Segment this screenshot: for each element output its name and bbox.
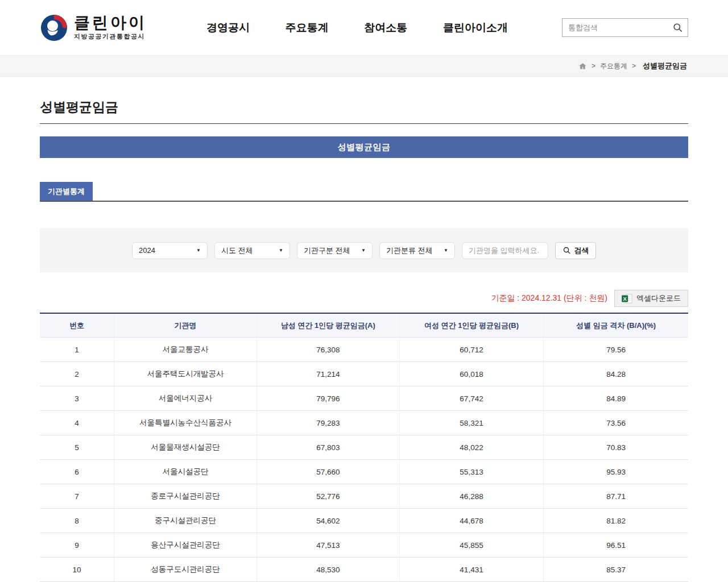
table-row: 2 서울주택도시개발공사 71,214 60,018 84.28	[40, 362, 688, 386]
cell-wage-gap: 84.28	[544, 362, 688, 386]
nav-item-about[interactable]: 클린아이소개	[443, 20, 508, 35]
cell-wage-gap: 81.82	[544, 509, 688, 533]
cell-number: 7	[40, 484, 114, 508]
global-search-input[interactable]	[568, 23, 672, 32]
cell-number: 1	[40, 338, 114, 361]
cell-female-avg-wage: 58,321	[400, 411, 544, 435]
nav-item-management-disclosure[interactable]: 경영공시	[206, 20, 250, 35]
cell-number: 9	[40, 533, 114, 557]
page-title: 성별평균임금	[40, 98, 688, 124]
region-select[interactable]: 시도 전체 ▼	[214, 242, 290, 259]
breadcrumb-current: 성별평균임금	[643, 61, 687, 71]
cell-number: 4	[40, 411, 114, 435]
cell-female-avg-wage: 67,742	[400, 386, 544, 410]
table-meta-row: 기준일 : 2024.12.31 (단위 : 천원) X 엑셀다운로드	[40, 290, 688, 307]
baseline-note: 기준일 : 2024.12.31 (단위 : 천원)	[491, 293, 607, 304]
cell-female-avg-wage: 44,678	[400, 509, 544, 533]
table-row: 5 서울물재생시설공단 67,803 48,022 70.83	[40, 435, 688, 460]
tab-institution-statistics[interactable]: 기관별통계	[40, 182, 93, 201]
cell-number: 2	[40, 362, 114, 386]
table-row: 8 중구시설관리공단 54,602 44,678 81.82	[40, 509, 688, 533]
cell-institution: 서울시설공단	[114, 460, 257, 484]
svg-text:X: X	[623, 296, 627, 302]
cell-number: 8	[40, 509, 114, 533]
table-row: 3 서울에너지공사 79,796 67,742 84.89	[40, 386, 688, 411]
col-header-institution: 기관명	[114, 314, 257, 337]
breadcrumb: > 주요통계 > 성별평균임금	[0, 55, 728, 77]
cell-female-avg-wage: 45,855	[400, 533, 544, 557]
cell-male-avg-wage: 79,283	[257, 411, 400, 435]
breadcrumb-separator: >	[632, 62, 636, 70]
cell-female-avg-wage: 55,313	[400, 460, 544, 484]
cell-male-avg-wage: 76,308	[257, 338, 400, 361]
cell-female-avg-wage: 46,288	[400, 484, 544, 508]
org-type-select-value: 기관구분 전체	[304, 246, 350, 256]
search-button[interactable]: 검색	[555, 242, 596, 259]
chevron-down-icon: ▼	[196, 248, 201, 253]
section-banner: 성별평균임금	[40, 136, 688, 158]
cell-male-avg-wage: 52,776	[257, 484, 400, 508]
tab-bar: 기관별통계	[40, 182, 688, 202]
table-row: 7 종로구시설관리공단 52,776 46,288 87.71	[40, 484, 688, 509]
search-icon[interactable]	[672, 22, 683, 33]
global-search-box[interactable]	[562, 18, 688, 37]
cell-wage-gap: 95.93	[544, 460, 688, 484]
table-row: 4 서울특별시농수산식품공사 79,283 58,321 73.56	[40, 411, 688, 435]
nav-item-participation[interactable]: 참여소통	[364, 20, 407, 35]
filter-panel: 2024 ▼ 시도 전체 ▼ 기관구분 전체 ▼ 기관분류 전체 ▼ 검색	[40, 228, 688, 272]
cell-male-avg-wage: 54,602	[257, 509, 400, 533]
org-class-select[interactable]: 기관분류 전체 ▼	[379, 242, 455, 259]
table-row: 10 성동구도시관리공단 48,530 41,431 85.37	[40, 558, 688, 582]
nav-item-key-statistics[interactable]: 주요통계	[286, 20, 329, 35]
cell-institution: 용산구시설관리공단	[114, 533, 257, 557]
region-select-value: 시도 전체	[221, 246, 253, 256]
brand-subtitle: 지방공공기관통합공시	[74, 32, 147, 41]
breadcrumb-section[interactable]: 주요통계	[600, 61, 627, 71]
col-header-male-avg-wage: 남성 연간 1인당 평균임금(A)	[257, 314, 400, 337]
cell-male-avg-wage: 71,214	[257, 362, 400, 386]
cell-male-avg-wage: 67,803	[257, 435, 400, 459]
cell-wage-gap: 79.56	[544, 338, 688, 361]
table-row: 1 서울교통공사 76,308 60,712 79.56	[40, 338, 688, 362]
org-type-select[interactable]: 기관구분 전체 ▼	[297, 242, 373, 259]
col-header-wage-gap: 성별 임금 격차 (B/A)(%)	[544, 314, 688, 337]
cell-wage-gap: 73.56	[544, 411, 688, 435]
excel-download-button[interactable]: X 엑셀다운로드	[614, 290, 688, 307]
cell-number: 3	[40, 386, 114, 410]
cell-institution: 서울에너지공사	[114, 386, 257, 410]
brand-logo[interactable]: 클린아이 지방공공기관통합공시	[40, 14, 147, 42]
cell-wage-gap: 87.71	[544, 484, 688, 508]
cell-institution: 성동구도시관리공단	[114, 558, 257, 581]
search-icon	[562, 246, 571, 255]
cell-institution: 중구시설관리공단	[114, 509, 257, 533]
main-nav: 경영공시 주요통계 참여소통 클린아이소개	[147, 20, 562, 35]
brand-name: 클린아이	[74, 14, 147, 31]
cell-male-avg-wage: 48,530	[257, 558, 400, 581]
taegeuk-logo-icon	[40, 14, 68, 42]
cell-number: 5	[40, 435, 114, 459]
cell-number: 6	[40, 460, 114, 484]
cell-wage-gap: 84.89	[544, 386, 688, 410]
cell-institution: 서울주택도시개발공사	[114, 362, 257, 386]
top-header: 클린아이 지방공공기관통합공시 경영공시 주요통계 참여소통 클린아이소개	[0, 0, 728, 55]
cell-female-avg-wage: 48,022	[400, 435, 544, 459]
table-row: 6 서울시설공단 57,660 55,313 95.93	[40, 460, 688, 484]
excel-download-label: 엑셀다운로드	[636, 293, 681, 304]
chevron-down-icon: ▼	[361, 248, 366, 253]
cell-wage-gap: 85.37	[544, 558, 688, 581]
cell-male-avg-wage: 47,513	[257, 533, 400, 557]
year-select[interactable]: 2024 ▼	[132, 242, 208, 259]
cell-wage-gap: 70.83	[544, 435, 688, 459]
cell-wage-gap: 96.51	[544, 533, 688, 557]
table-row: 9 용산구시설관리공단 47,513 45,855 96.51	[40, 533, 688, 558]
cell-female-avg-wage: 60,712	[400, 338, 544, 361]
cell-institution: 종로구시설관리공단	[114, 484, 257, 508]
org-class-select-value: 기관분류 전체	[386, 246, 433, 256]
search-button-label: 검색	[574, 246, 589, 256]
cell-number: 10	[40, 558, 114, 581]
year-select-value: 2024	[139, 246, 155, 255]
excel-icon: X	[622, 294, 632, 304]
home-icon[interactable]	[578, 62, 587, 70]
org-name-input[interactable]	[462, 242, 548, 259]
cell-female-avg-wage: 41,431	[400, 558, 544, 581]
